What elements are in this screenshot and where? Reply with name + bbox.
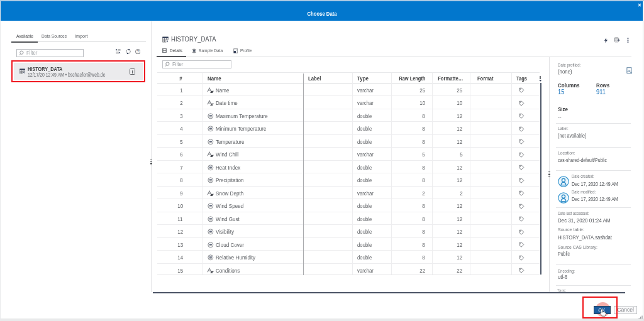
svg-text:?: ? (136, 50, 138, 53)
